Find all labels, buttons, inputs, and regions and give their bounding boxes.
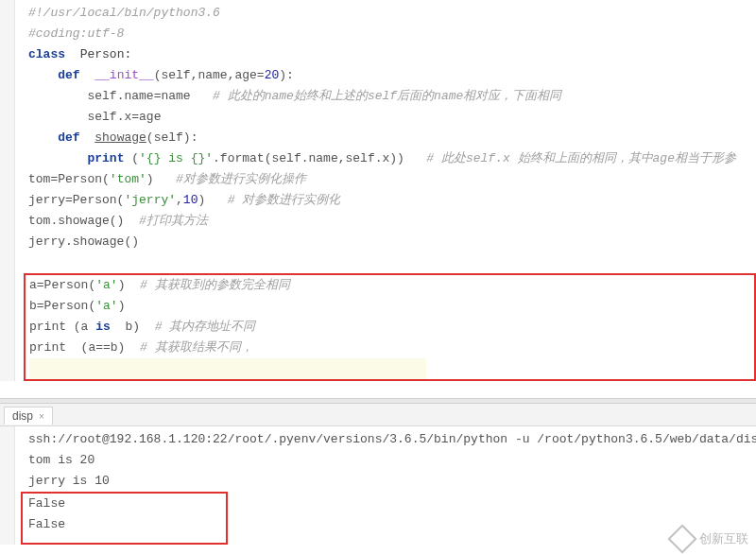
- tab-disp[interactable]: disp ×: [4, 407, 53, 425]
- terminal-gutter: [0, 426, 15, 545]
- watermark-logo-icon: [667, 524, 696, 553]
- highlighted-output-block: False False: [21, 492, 228, 545]
- shebang-line: #!/usr/local/bin/python3.6: [28, 6, 220, 20]
- code-editor[interactable]: #!/usr/local/bin/python3.6 #coding:utf-8…: [0, 0, 756, 381]
- coding-line: #coding:utf-8: [28, 26, 124, 41]
- cursor-line: [29, 358, 426, 379]
- terminal-pane[interactable]: ssh://root@192.168.1.120:22/root/.pyenv/…: [0, 426, 756, 545]
- terminal-output-line: False: [28, 496, 65, 511]
- watermark: 创新互联: [672, 529, 748, 549]
- tab-label: disp: [12, 409, 33, 423]
- watermark-text: 创新互联: [699, 530, 748, 547]
- terminal-output-line: jerry is 10: [28, 474, 110, 488]
- terminal-tab-bar: disp ×: [0, 404, 756, 426]
- close-icon[interactable]: ×: [39, 411, 44, 422]
- highlighted-code-block: a=Person('a') # 其获取到的参数完全相同 b=Person('a'…: [24, 273, 756, 381]
- terminal-output-line: tom is 20: [28, 453, 94, 467]
- terminal-output-line: False: [28, 517, 65, 531]
- terminal-content: ssh://root@192.168.1.120:22/root/.pyenv/…: [28, 429, 756, 545]
- editor-gutter: [0, 0, 15, 381]
- terminal-cmd: ssh://root@192.168.1.120:22/root/.pyenv/…: [28, 432, 756, 446]
- code-content: #!/usr/local/bin/python3.6 #coding:utf-8…: [28, 3, 756, 381]
